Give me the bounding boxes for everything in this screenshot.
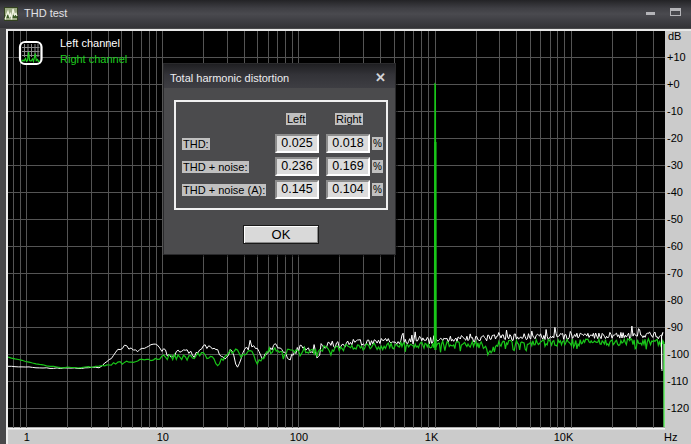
svg-text:-110: -110	[667, 375, 688, 387]
svg-text:-100: -100	[667, 348, 689, 360]
svg-text:10: 10	[157, 431, 169, 443]
svg-text:1K: 1K	[425, 431, 439, 443]
svg-text:100: 100	[290, 431, 308, 443]
svg-text:-10: -10	[667, 105, 683, 117]
svg-text:-60: -60	[667, 240, 683, 252]
svg-text:-90: -90	[667, 321, 683, 333]
svg-text:-50: -50	[667, 213, 683, 225]
svg-text:+0: +0	[667, 78, 680, 90]
svg-text:-20: -20	[667, 132, 683, 144]
svg-text:Hz: Hz	[664, 431, 677, 443]
svg-text:-40: -40	[667, 186, 683, 198]
svg-text:-30: -30	[667, 159, 683, 171]
svg-text:-70: -70	[667, 267, 683, 279]
svg-text:dB: dB	[668, 30, 681, 42]
svg-text:+10: +10	[667, 51, 686, 63]
svg-text:-120: -120	[667, 402, 689, 414]
svg-text:-80: -80	[667, 294, 683, 306]
svg-text:Left channel: Left channel	[60, 37, 120, 49]
svg-text:10K: 10K	[554, 431, 574, 443]
svg-text:1: 1	[24, 431, 30, 443]
svg-text:Right channel: Right channel	[60, 53, 127, 65]
